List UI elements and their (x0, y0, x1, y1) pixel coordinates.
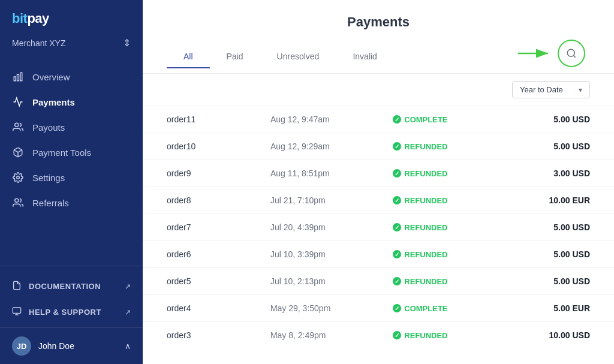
order-status: ✓ COMPLETE (369, 106, 501, 133)
sidebar-item-settings[interactable]: Settings (0, 165, 143, 190)
gear-icon (12, 172, 24, 183)
svg-rect-2 (20, 73, 22, 81)
order-date: Jul 20, 4:39pm (246, 214, 369, 241)
order-status: ✓ REFUNDED (369, 241, 501, 268)
table-row[interactable]: order11 Aug 12, 9:47am ✓ COMPLETE 5.00 U… (143, 106, 614, 133)
tab-paid[interactable]: Paid (210, 46, 260, 68)
table-row[interactable]: order6 Jul 10, 3:39pm ✓ REFUNDED 5.00 US… (143, 241, 614, 268)
user-chevron-icon: ∧ (125, 341, 131, 351)
order-status: ✓ REFUNDED (369, 133, 501, 160)
doc-label: DOCUMENTATION (29, 282, 101, 291)
status-dot-icon: ✓ (393, 331, 401, 339)
filter-bar: Year to Date ▾ (143, 74, 614, 106)
order-amount: 5.00 USD (501, 106, 614, 133)
sidebar: bitpay Merchant XYZ ⇕ Overview Payments (0, 0, 143, 364)
help-external-icon: ↗ (125, 308, 131, 317)
order-date: Jul 10, 3:39pm (246, 241, 369, 268)
order-date: Aug 12, 9:47am (246, 106, 369, 133)
orders-table-wrap: order11 Aug 12, 9:47am ✓ COMPLETE 5.00 U… (143, 106, 614, 364)
date-filter-label: Year to Date (520, 85, 563, 94)
logo: bitpay (12, 11, 131, 26)
table-row[interactable]: order9 Aug 11, 8:51pm ✓ REFUNDED 3.00 US… (143, 160, 614, 187)
avatar: JD (12, 336, 31, 356)
order-amount: 3.00 USD (501, 160, 614, 187)
order-status: ✓ REFUNDED (369, 268, 501, 295)
order-amount: 5.00 USD (501, 214, 614, 241)
status-dot-icon: ✓ (393, 196, 401, 204)
status-dot-icon: ✓ (393, 277, 401, 285)
tab-unresolved[interactable]: Unresolved (260, 46, 336, 68)
svg-line-11 (573, 55, 575, 57)
order-status: ✓ REFUNDED (369, 187, 501, 214)
order-id: order11 (143, 106, 246, 133)
content-header: Payments All Paid Unresolved Invalid (143, 0, 614, 74)
svg-rect-0 (14, 77, 16, 81)
sidebar-item-payouts[interactable]: Payouts (0, 115, 143, 140)
sidebar-item-referrals[interactable]: Referrals (0, 190, 143, 215)
order-amount: 5.00 EUR (501, 295, 614, 322)
order-date: Aug 12, 9:29am (246, 133, 369, 160)
order-status: ✓ REFUNDED (369, 322, 501, 349)
order-status: ✓ COMPLETE (369, 295, 501, 322)
status-dot-icon: ✓ (393, 142, 401, 151)
payouts-icon (12, 122, 24, 133)
order-id: order8 (143, 187, 246, 214)
order-id: order10 (143, 133, 246, 160)
user-menu[interactable]: JD John Doe ∧ (0, 327, 143, 364)
main-content: Payments All Paid Unresolved Invalid (143, 0, 614, 364)
wave-icon (12, 97, 24, 107)
sidebar-bottom: DOCUMENTATION ↗ HELP & SUPPORT ↗ JD John… (0, 266, 143, 364)
referrals-icon (12, 197, 24, 208)
help-label: HELP & SUPPORT (29, 308, 101, 317)
search-indicator (518, 40, 590, 70)
order-amount: 5.00 USD (501, 241, 614, 268)
doc-icon (12, 281, 22, 292)
svg-rect-7 (13, 308, 20, 313)
order-id: order6 (143, 241, 246, 268)
order-amount: 10.00 USD (501, 322, 614, 349)
order-date: May 8, 2:49pm (246, 322, 369, 349)
sidebar-item-payments[interactable]: Payments (0, 89, 143, 115)
main-nav: Overview Payments Payouts (0, 58, 143, 266)
arrow-icon (518, 44, 554, 62)
merchant-chevron-icon: ⇕ (123, 37, 131, 49)
table-row[interactable]: order8 Jul 21, 7:10pm ✓ REFUNDED 10.00 E… (143, 187, 614, 214)
order-id: order9 (143, 160, 246, 187)
status-dot-icon: ✓ (393, 304, 401, 312)
svg-point-3 (15, 123, 19, 127)
order-date: Aug 11, 8:51pm (246, 160, 369, 187)
tab-all[interactable]: All (167, 46, 210, 68)
orders-table: order11 Aug 12, 9:47am ✓ COMPLETE 5.00 U… (143, 106, 614, 348)
documentation-link[interactable]: DOCUMENTATION ↗ (0, 273, 143, 299)
status-dot-icon: ✓ (393, 169, 401, 178)
payouts-label: Payouts (32, 122, 65, 133)
date-filter-dropdown[interactable]: Year to Date ▾ (512, 81, 590, 98)
table-row[interactable]: order4 May 29, 3:50pm ✓ COMPLETE 5.00 EU… (143, 295, 614, 322)
order-id: order5 (143, 268, 246, 295)
search-button[interactable] (558, 40, 585, 67)
order-id: order7 (143, 214, 246, 241)
merchant-selector[interactable]: Merchant XYZ ⇕ (0, 32, 143, 58)
help-support-link[interactable]: HELP & SUPPORT ↗ (0, 299, 143, 325)
status-dot-icon: ✓ (393, 115, 401, 124)
overview-label: Overview (32, 72, 70, 82)
table-row[interactable]: order7 Jul 20, 4:39pm ✓ REFUNDED 5.00 US… (143, 214, 614, 241)
table-row[interactable]: order10 Aug 12, 9:29am ✓ REFUNDED 5.00 U… (143, 133, 614, 160)
order-date: Jul 10, 2:13pm (246, 268, 369, 295)
sidebar-item-payment-tools[interactable]: Payment Tools (0, 140, 143, 165)
svg-point-10 (567, 49, 574, 56)
box-icon (12, 147, 24, 158)
bar-chart-icon (12, 71, 24, 82)
dropdown-chevron-icon: ▾ (579, 86, 582, 94)
merchant-name: Merchant XYZ (12, 38, 65, 48)
table-row[interactable]: order3 May 8, 2:49pm ✓ REFUNDED 10.00 US… (143, 322, 614, 349)
tab-invalid[interactable]: Invalid (336, 46, 393, 68)
status-dot-icon: ✓ (393, 223, 401, 231)
order-id: order3 (143, 322, 246, 349)
order-status: ✓ REFUNDED (369, 214, 501, 241)
order-status: ✓ REFUNDED (369, 160, 501, 187)
table-row[interactable]: order5 Jul 10, 2:13pm ✓ REFUNDED 5.00 US… (143, 268, 614, 295)
external-link-icon: ↗ (125, 282, 131, 291)
payments-label: Payments (32, 97, 75, 107)
sidebar-item-overview[interactable]: Overview (0, 64, 143, 89)
